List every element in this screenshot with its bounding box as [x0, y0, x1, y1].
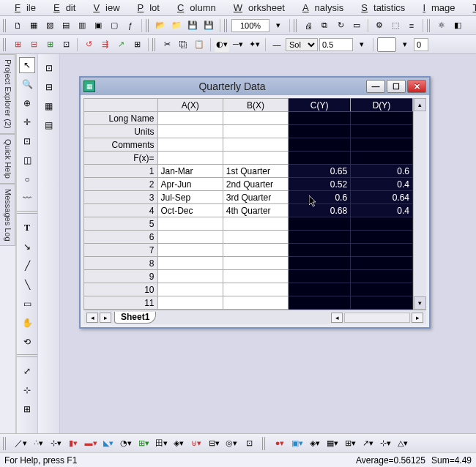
toolbar-handle[interactable]	[262, 437, 267, 450]
column-header[interactable]: B(X)	[223, 99, 288, 112]
batch-button[interactable]: ⇶	[97, 37, 112, 52]
mask-tool[interactable]: ◫	[19, 152, 35, 168]
region-tool[interactable]: ○	[19, 171, 35, 187]
data-cell[interactable]: 0.4	[351, 204, 413, 217]
image-plot-button[interactable]: ▦▾	[325, 436, 340, 451]
toolbar-handle[interactable]	[3, 19, 7, 32]
data-cell[interactable]	[223, 217, 288, 231]
close-button[interactable]: ✕	[407, 80, 426, 93]
data-cell[interactable]	[289, 296, 351, 310]
line-tool[interactable]: ╱	[19, 258, 35, 274]
color-swatch[interactable]	[377, 37, 396, 52]
data-cell[interactable]	[157, 296, 223, 310]
data-cell[interactable]	[157, 217, 223, 231]
row-number[interactable]: 2	[84, 178, 158, 191]
menu-column[interactable]: Column	[166, 1, 222, 15]
row-label[interactable]: F(x)=	[84, 152, 158, 165]
line-width-dropdown[interactable]: ▾	[354, 37, 369, 52]
contour-button[interactable]: ◎▾	[224, 436, 239, 451]
row-number[interactable]: 3	[84, 191, 158, 204]
bar-plot-button[interactable]: ▬▾	[83, 436, 98, 451]
data-cell[interactable]	[351, 283, 413, 296]
import-excel-button[interactable]: ⊞	[42, 37, 57, 52]
scatter-plot-button[interactable]: ∴▾	[31, 436, 45, 451]
open-button[interactable]: 📂	[153, 18, 168, 33]
data-cell[interactable]	[289, 283, 351, 296]
scroll-down-button[interactable]: ▾	[414, 296, 426, 310]
back-button[interactable]: ▤	[41, 117, 57, 133]
toolbar-handle[interactable]	[3, 437, 7, 450]
row-label[interactable]: Units	[84, 125, 158, 138]
meta-cell[interactable]	[351, 125, 413, 138]
meta-cell[interactable]	[289, 152, 351, 165]
new-graph-button[interactable]: ▧	[42, 18, 57, 33]
data-cell[interactable]	[157, 231, 223, 244]
row-number[interactable]: 10	[84, 283, 158, 296]
zoom-dropdown[interactable]: ▾	[271, 18, 286, 33]
data-cell[interactable]: 0.6	[351, 165, 413, 178]
toolbar-handle[interactable]	[146, 19, 150, 32]
data-cell[interactable]	[351, 231, 413, 244]
3d-bars-button[interactable]: ▣▾	[290, 436, 305, 451]
zoom-pan-tool[interactable]: ⤢	[19, 363, 35, 379]
data-cell[interactable]	[223, 244, 288, 257]
sheet-nav-next[interactable]: ▸	[100, 313, 111, 323]
column-header[interactable]: A(X)	[157, 99, 223, 112]
digitize-button[interactable]: ⬚	[388, 18, 403, 33]
line-plot-button[interactable]: ／▾	[13, 436, 28, 451]
pattern-button[interactable]: ✦▾	[247, 37, 261, 52]
data-cell[interactable]	[157, 270, 223, 283]
panel-tab-messages-log[interactable]: Messages Log	[0, 184, 15, 247]
scroll-up-button[interactable]: ▴	[414, 98, 426, 111]
group-button[interactable]: ⊡	[41, 60, 57, 76]
column-header[interactable]: D(Y)	[351, 99, 413, 112]
toolbar-handle[interactable]	[427, 19, 431, 32]
meta-cell[interactable]	[157, 125, 223, 138]
column-header[interactable]: C(Y)	[289, 99, 351, 112]
menu-statistics[interactable]: Statistics	[349, 1, 411, 15]
new-function-button[interactable]: ƒ	[123, 18, 138, 33]
data-cell[interactable]: 0.4	[351, 178, 413, 191]
data-cell[interactable]	[223, 270, 288, 283]
reimport-button[interactable]: ↺	[81, 37, 96, 52]
data-cell[interactable]	[351, 296, 413, 310]
extra-num-input[interactable]	[414, 38, 428, 51]
data-selector-tool[interactable]: ⊡	[19, 133, 35, 149]
open-template-button[interactable]: 📁	[169, 18, 184, 33]
menu-worksheet[interactable]: Worksheet	[222, 1, 291, 15]
zoom-in-tool[interactable]: 🔍	[19, 76, 35, 92]
data-reader-tool[interactable]: ✛	[19, 114, 35, 130]
multi-y-button[interactable]: ⊞▾	[136, 436, 151, 451]
surface-button[interactable]: ◈▾	[308, 436, 322, 451]
pan-tool[interactable]: ✋	[19, 315, 35, 331]
data-cell[interactable]	[289, 270, 351, 283]
toolbar-handle[interactable]	[3, 38, 7, 51]
ungroup-button[interactable]: ⊟	[41, 79, 57, 95]
line-symbol-button[interactable]: ⊹▾	[48, 436, 63, 451]
arrow-tool[interactable]: ↘	[19, 239, 35, 255]
area-plot-button[interactable]: ◣▾	[101, 436, 116, 451]
data-cell[interactable]	[351, 257, 413, 270]
hscroll-left[interactable]: ◂	[331, 313, 343, 323]
menu-file[interactable]: File	[3, 1, 42, 15]
window-titlebar[interactable]: ▦ Quarterly Data — ☐ ✕	[81, 78, 429, 95]
insert-button[interactable]: ⊞	[19, 401, 35, 417]
row-number[interactable]: 8	[84, 257, 158, 270]
menu-analysis[interactable]: Analysis	[291, 1, 349, 15]
data-cell[interactable]	[157, 257, 223, 270]
duplicate-button[interactable]: ⧉	[317, 18, 332, 33]
data-cell[interactable]	[223, 283, 288, 296]
row-number[interactable]: 9	[84, 270, 158, 283]
worksheet-grid[interactable]: A(X)B(X)C(Y)D(Y)Long NameUnitsCommentsF(…	[83, 98, 413, 310]
pointer-tool[interactable]: ↖	[19, 57, 35, 73]
screen-reader-tool[interactable]: ⊕	[19, 95, 35, 111]
data-cell[interactable]: Oct-Dec	[157, 204, 223, 217]
copy-button[interactable]: ⿻	[176, 37, 190, 52]
row-label[interactable]: Comments	[84, 138, 158, 152]
hscroll-right[interactable]: ▸	[412, 313, 423, 323]
data-cell[interactable]: 0.6	[289, 191, 351, 204]
row-number[interactable]: 7	[84, 244, 158, 257]
meta-cell[interactable]	[223, 125, 288, 138]
data-cell[interactable]: 0.68	[289, 204, 351, 217]
meta-cell[interactable]	[351, 138, 413, 152]
